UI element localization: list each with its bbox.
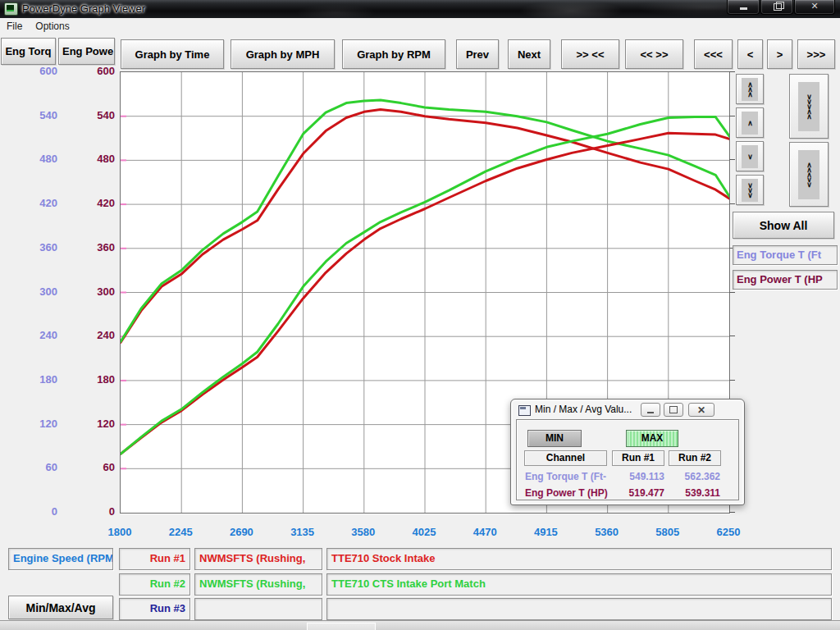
right-axis-tick	[729, 380, 735, 381]
toolbar-button-symbol[interactable]: >> <<	[561, 39, 619, 69]
x-axis-tick: 5805	[639, 526, 696, 538]
run-1-comment-field: NWMSFTS (Rushing,	[194, 548, 322, 570]
run-3-label[interactable]: Run #3	[119, 598, 190, 620]
scroll-down-fast-button[interactable]: ∨∨∨	[736, 175, 764, 205]
dialog-restore-icon	[669, 406, 678, 413]
maximize-button[interactable]	[760, 0, 793, 15]
right-axis-tick	[729, 292, 735, 293]
y-axis-tick-power: 480	[72, 153, 115, 165]
title-bar: PowerDyne Graph Viewer ✕	[0, 0, 840, 18]
scroll-down-fast-icon: ∨∨∨	[742, 179, 758, 202]
dialog-minimize-button[interactable]	[641, 403, 660, 417]
y-axis-tick-power: 300	[72, 285, 115, 298]
menu-item-file[interactable]: File	[0, 19, 29, 34]
x-axis-tick: 1800	[91, 526, 148, 538]
x-axis-channel-box: Engine Speed (RPM	[8, 548, 113, 570]
row-label-eng-torque: Eng Torque T (Ft-	[525, 471, 606, 482]
toolbar-button-symbol[interactable]: << >>	[625, 39, 683, 69]
scroll-up-button[interactable]: ∧	[736, 107, 764, 138]
minmax-dialog-titlebar[interactable]: Min / Max / Avg Valu... ✕	[511, 399, 744, 419]
run-3-description-field	[326, 598, 832, 620]
y-axis-tick-power: 60	[72, 461, 115, 473]
minimize-icon	[740, 7, 747, 10]
run-2-comment-field: NWMSFTS (Rushing,	[194, 573, 322, 596]
minimize-button[interactable]	[727, 0, 760, 15]
run-2-description-field: TTE710 CTS Intake Port Match	[326, 573, 832, 596]
y-axis-tick-torque: 60	[15, 461, 57, 473]
row-label-eng-power: Eng Power T (HP)	[525, 487, 608, 499]
close-button[interactable]: ✕	[794, 0, 835, 15]
y-axis-tick-power: 240	[72, 329, 115, 341]
x-axis-tick: 4470	[456, 526, 514, 538]
tab-eng-torque[interactable]: Eng Torq	[1, 38, 56, 65]
window-title: PowerDyne Graph Viewer	[22, 2, 145, 15]
column-header-channel: Channel	[524, 450, 607, 466]
y-axis-tick-torque: 540	[15, 109, 57, 121]
y-axis-tick-torque: 120	[15, 418, 57, 430]
right-axis-tick	[729, 71, 735, 72]
zoom-in-vertical-button[interactable]: ∨∨∨∧∧	[789, 74, 829, 139]
toolbar-button-symbol[interactable]: <<<	[694, 39, 733, 69]
status-strip	[0, 620, 840, 630]
y-axis-tick-power: 540	[72, 109, 115, 121]
y-axis-tick-torque: 240	[15, 329, 57, 341]
right-axis-tick	[729, 116, 735, 116]
channel-item-eng-torque[interactable]: Eng Torque T (Ft	[733, 245, 838, 265]
right-axis-tick	[729, 159, 735, 160]
minmax-dialog-title: Min / Max / Avg Valu...	[535, 404, 632, 415]
toolbar-button-symbol[interactable]: <	[737, 39, 763, 69]
channel-item-eng-power[interactable]: Eng Power T (HP	[733, 270, 838, 290]
show-all-label: Show All	[760, 219, 808, 232]
toolbar-button-graph-by-rpm[interactable]: Graph by RPM	[342, 39, 445, 69]
zoom-in-vertical-icon: ∨∨∨∧∧	[798, 82, 819, 131]
toolbar-button-symbol[interactable]: >>>	[797, 39, 835, 69]
x-axis-tick: 3580	[335, 526, 392, 538]
channel-item-eng-power-label: Eng Power T (HP	[737, 273, 823, 285]
toolbar-button-graph-by-time[interactable]: Graph by Time	[121, 39, 224, 69]
x-axis-channel-label: Engine Speed (RPM	[13, 552, 113, 564]
run-2-label[interactable]: Run #2	[119, 573, 190, 596]
toolbar-button-graph-by-mph[interactable]: Graph by MPH	[231, 39, 335, 69]
y-axis-tick-torque: 420	[15, 197, 57, 209]
dialog-close-button[interactable]: ✕	[688, 403, 714, 417]
zoom-out-vertical-button[interactable]: ∧∧∧∨∨	[789, 142, 829, 207]
dialog-icon	[518, 405, 531, 416]
min-max-avg-label: Min/Max/Avg	[25, 601, 95, 614]
show-all-button[interactable]: Show All	[733, 212, 834, 239]
min-toggle-button[interactable]: MIN	[527, 430, 582, 447]
scroll-up-fast-button[interactable]: ∧∧∧	[736, 74, 764, 104]
max-toggle-button[interactable]: MAX	[626, 430, 678, 447]
x-axis-tick: 2245	[152, 526, 209, 538]
value-torque-run2: 562.362	[663, 471, 720, 482]
toolbar-button-symbol[interactable]: >	[767, 39, 792, 69]
scroll-down-button[interactable]: ∨	[736, 141, 764, 171]
x-axis-tick: 4025	[395, 526, 453, 538]
y-axis-tick-power: 420	[72, 197, 115, 209]
y-axis-tick-torque: 180	[15, 373, 57, 386]
x-axis-tick: 5360	[578, 526, 636, 538]
minmax-dialog: Min / Max / Avg Valu... ✕ MIN MAX Channe…	[510, 399, 745, 505]
dialog-close-icon: ✕	[697, 404, 705, 416]
run-3-comment-field	[194, 598, 322, 620]
scroll-down-icon: ∨	[742, 145, 758, 168]
y-axis-tick-power: 120	[72, 418, 115, 430]
column-header-run2: Run #2	[669, 450, 721, 466]
y-axis-tick-power: 360	[72, 241, 115, 253]
menu-item-options[interactable]: Options	[29, 19, 75, 34]
channel-item-eng-torque-label: Eng Torque T (Ft	[737, 249, 821, 261]
taskbar-peek	[307, 623, 376, 630]
tab-eng-power[interactable]: Eng Powe	[58, 38, 115, 65]
y-axis-tick-torque: 300	[15, 285, 57, 298]
run-1-label[interactable]: Run #1	[119, 548, 190, 570]
run-1-description-field: TTE710 Stock Intake	[326, 548, 832, 570]
toolbar-button-next[interactable]: Next	[508, 39, 550, 69]
min-max-avg-button[interactable]: Min/Max/Avg	[8, 596, 113, 619]
column-header-run1: Run #1	[612, 450, 664, 466]
scroll-up-fast-icon: ∧∧∧	[742, 78, 758, 101]
tab-eng-power-label: Eng Powe	[62, 45, 113, 57]
right-axis-tick	[729, 203, 735, 204]
toolbar-button-prev[interactable]: Prev	[456, 39, 499, 69]
dialog-restore-button[interactable]	[664, 403, 683, 417]
scroll-up-icon: ∧	[742, 112, 758, 135]
app-icon	[4, 2, 18, 16]
